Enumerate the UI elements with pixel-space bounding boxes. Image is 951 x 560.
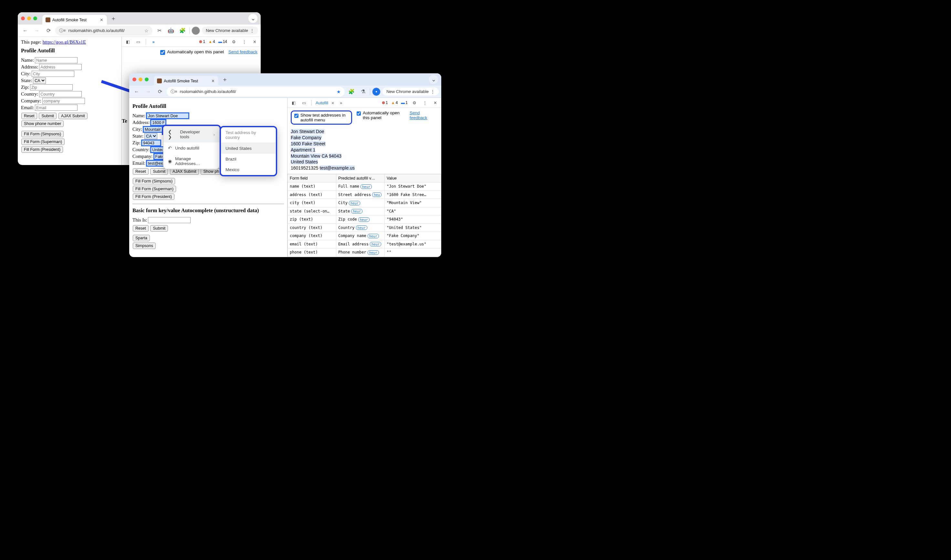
tab-close-icon[interactable]: ×: [212, 78, 214, 84]
message-count[interactable]: ▬14: [219, 39, 227, 44]
menu-item-manage-addresses[interactable]: ◉ Manage Addresses…: [163, 154, 219, 169]
new-tab-button[interactable]: [220, 75, 229, 84]
new-chrome-pill[interactable]: New Chrome available: [202, 26, 258, 35]
minimize-window-icon[interactable]: [138, 77, 142, 82]
company-input[interactable]: [42, 98, 85, 104]
menu-item-developer-tools[interactable]: ❮ ❯ Developer tools ›: [163, 126, 219, 142]
back-button[interactable]: [20, 26, 30, 35]
zoom-window-icon[interactable]: [33, 17, 37, 20]
fill-simpsons-button[interactable]: Fill Form (Simpsons): [133, 178, 175, 185]
more-panels-icon[interactable]: »: [150, 38, 157, 45]
show-test-input[interactable]: [294, 113, 299, 118]
ajax-submit-button[interactable]: AJAX Submit: [170, 168, 199, 175]
inspect-icon[interactable]: ◧: [290, 99, 297, 106]
tab-overflow-button[interactable]: ⌄: [429, 75, 438, 84]
submit-button[interactable]: Submit: [150, 168, 168, 175]
close-window-icon[interactable]: [21, 17, 25, 20]
site-info-icon[interactable]: ⓘ≡: [59, 28, 66, 34]
new-tab-button[interactable]: [109, 14, 118, 23]
error-count[interactable]: ⊗1: [382, 100, 388, 105]
reset-button[interactable]: Reset: [21, 113, 37, 119]
tab-overflow-button[interactable]: ⌄: [248, 14, 257, 23]
warning-count[interactable]: ▲4: [208, 39, 215, 44]
scissors-ext-button[interactable]: [154, 26, 164, 35]
reset2-button[interactable]: Reset: [133, 225, 149, 232]
th-form-field[interactable]: Form field: [288, 174, 336, 183]
browser-tab[interactable]: Autofill Smoke Test ×: [154, 76, 219, 86]
name-input[interactable]: [35, 57, 77, 63]
table-row[interactable]: city (text)Cityheur"Mountain View": [288, 199, 441, 207]
settings-icon[interactable]: [411, 99, 418, 106]
reload-button[interactable]: [155, 87, 165, 97]
device-toggle-icon[interactable]: ▭: [135, 38, 142, 45]
country-item-br[interactable]: Brazil: [221, 154, 276, 165]
more-menu-icon[interactable]: [241, 38, 248, 45]
table-row[interactable]: zip (text)Zip codeheur"94043": [288, 215, 441, 224]
zip-input[interactable]: [30, 84, 73, 91]
menu-item-undo-autofill[interactable]: Undo autofill: [163, 142, 219, 154]
warning-count[interactable]: ▲4: [391, 100, 398, 105]
profile-avatar[interactable]: [192, 26, 200, 35]
address-bar[interactable]: ⓘ≡ rsolomakhin.github.io/autofill/: [55, 26, 152, 35]
profile-avatar[interactable]: •: [372, 88, 380, 96]
state-select[interactable]: CA: [145, 133, 157, 139]
error-count[interactable]: ⊗1: [199, 39, 205, 44]
zoom-window-icon[interactable]: [145, 77, 149, 82]
auto-open-checkbox[interactable]: Automatically open this panel: [160, 49, 224, 55]
zip-input[interactable]: [142, 140, 161, 146]
close-devtools-icon[interactable]: [432, 99, 439, 106]
th-value[interactable]: Value: [385, 174, 441, 183]
this-is-input[interactable]: [148, 217, 191, 223]
country-input[interactable]: [151, 147, 164, 153]
page-short-link[interactable]: https://goo.gl/B6Xs1E: [43, 39, 86, 45]
sparta-button[interactable]: Sparta: [133, 235, 150, 241]
submit-button[interactable]: Submit: [39, 113, 57, 119]
company-input[interactable]: [154, 154, 164, 160]
bookmark-star-icon[interactable]: [145, 28, 149, 33]
show-phone-button[interactable]: Show ph: [201, 168, 222, 175]
table-row[interactable]: country (text)Countryheur"United States": [288, 223, 441, 232]
reset-button[interactable]: Reset: [133, 168, 149, 175]
table-row[interactable]: name (text)Full nameheur"Jon Stewart Doe…: [288, 183, 441, 191]
country-item-mx[interactable]: Mexico: [221, 165, 276, 175]
state-select[interactable]: CA: [33, 77, 46, 84]
message-count[interactable]: ▬1: [401, 100, 408, 105]
send-feedback-link[interactable]: Send feedback: [228, 49, 257, 54]
address-input[interactable]: [151, 120, 166, 126]
country-item-us[interactable]: United States: [221, 143, 276, 154]
simpsons-button[interactable]: Simpsons: [133, 243, 156, 249]
back-button[interactable]: [132, 87, 142, 97]
table-row[interactable]: phone (text)Phone numberheur"": [288, 248, 441, 257]
labs-button[interactable]: [358, 87, 368, 97]
auto-open-checkbox[interactable]: Automatically open this panel: [357, 111, 405, 120]
table-row[interactable]: email (text)Email addressheur"test@examp…: [288, 240, 441, 248]
fill-simpsons-button[interactable]: Fill Form (Simpsons): [21, 131, 64, 137]
device-toggle-icon[interactable]: ▭: [300, 99, 308, 106]
extensions-button[interactable]: [178, 26, 187, 35]
settings-icon[interactable]: [230, 38, 237, 45]
address-bar[interactable]: ⓘ≡ rsolomakhin.github.io/autofill/: [167, 87, 345, 97]
autofill-panel-tab[interactable]: Autofill: [315, 100, 328, 105]
reload-button[interactable]: [44, 26, 53, 35]
auto-open-input[interactable]: [357, 111, 361, 116]
close-devtools-icon[interactable]: [251, 38, 258, 45]
auto-open-input[interactable]: [160, 50, 165, 55]
fill-president-button[interactable]: Fill Form (President): [21, 146, 63, 153]
inspect-icon[interactable]: ◧: [125, 38, 131, 45]
new-chrome-pill[interactable]: New Chrome available: [382, 88, 439, 95]
fill-superman-button[interactable]: Fill Form (Superman): [21, 138, 65, 145]
tab-close-icon[interactable]: ×: [100, 17, 103, 23]
close-window-icon[interactable]: [132, 77, 136, 82]
ajax-submit-button[interactable]: AJAX Submit: [58, 113, 88, 119]
send-feedback-link[interactable]: Send feedback: [409, 111, 432, 120]
table-row[interactable]: address (text)Street addressheu"1600 Fak…: [288, 191, 441, 199]
show-test-addresses-checkbox[interactable]: Show test addresses in autofill menu: [291, 111, 352, 125]
submit2-button[interactable]: Submit: [150, 225, 168, 232]
name-input[interactable]: [146, 113, 189, 119]
mac-traffic-lights[interactable]: [21, 17, 37, 20]
address-input[interactable]: [39, 64, 82, 70]
city-input[interactable]: [32, 71, 74, 77]
email-input[interactable]: [35, 105, 77, 111]
extensions-button[interactable]: [346, 87, 356, 97]
bot-ext-button[interactable]: [166, 26, 176, 35]
